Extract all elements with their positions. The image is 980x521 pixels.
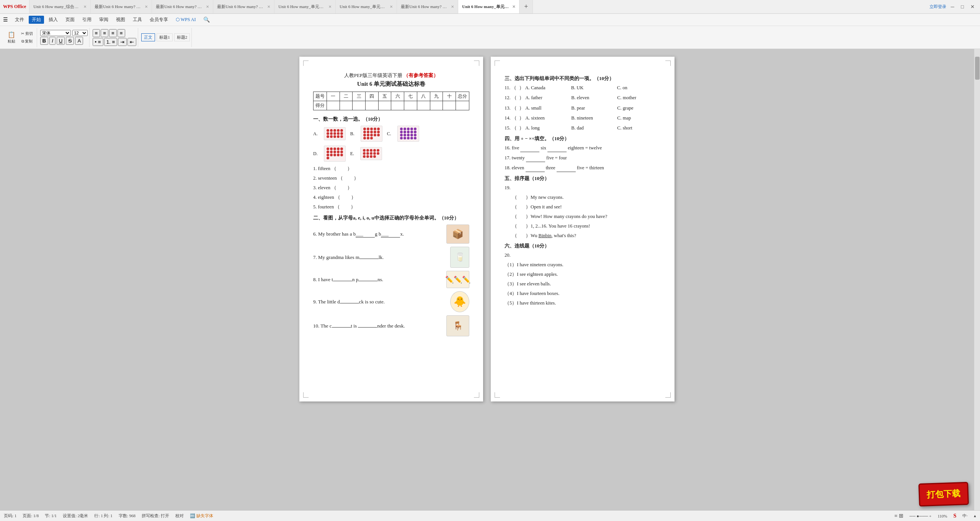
- tab-close-3[interactable]: ✕: [206, 5, 209, 9]
- tab-close-4[interactable]: ✕: [267, 5, 270, 9]
- status-more[interactable]: ▴: [974, 513, 976, 518]
- maximize-button[interactable]: □: [959, 3, 966, 11]
- table-score-4: [366, 101, 379, 110]
- menu-home[interactable]: 开始: [29, 16, 44, 24]
- strikethrough-button[interactable]: S: [66, 37, 74, 45]
- style-normal[interactable]: 正文: [141, 33, 155, 41]
- corner-tr: [474, 61, 479, 66]
- outdent-button[interactable]: ⇤: [127, 38, 136, 46]
- q14-a: A. sixteen: [525, 114, 571, 122]
- menu-file[interactable]: 文件: [12, 16, 27, 24]
- justify-button[interactable]: ≡: [118, 29, 125, 37]
- status-missing-font[interactable]: 🔤 缺失字体: [190, 513, 213, 519]
- menu-review[interactable]: 审阅: [96, 16, 111, 24]
- paste-button[interactable]: 📋粘贴: [5, 30, 18, 45]
- menu-icon[interactable]: ☰: [3, 16, 8, 23]
- italic-button[interactable]: I: [49, 37, 56, 45]
- bullet-list-button[interactable]: • ≡: [93, 38, 103, 46]
- q12-num: 12. （ ）: [505, 94, 524, 102]
- tab-4[interactable]: 最新Unit 6 How many? 单元专项...✕: [213, 0, 274, 13]
- indent-button[interactable]: ⇥: [118, 38, 127, 46]
- tab-8-active[interactable]: Unit 6 How many_单元基础达标卷✕: [458, 0, 519, 13]
- tab-7[interactable]: 最新Unit 6 How many? 单元专项...✕: [397, 0, 458, 13]
- align-right-button[interactable]: ≡: [109, 29, 117, 37]
- scrollbar-thumb[interactable]: [975, 57, 980, 80]
- q10-row: 10. The ct is nder the desk. 🪑: [313, 315, 469, 336]
- corner-r-tr: [665, 61, 671, 66]
- bold-button[interactable]: B: [40, 37, 49, 45]
- menu-view[interactable]: 视图: [113, 16, 128, 24]
- tab-2[interactable]: 最新Unit 6 How many? 单元专项...✕: [91, 0, 152, 13]
- copy-button[interactable]: ⧉ 复制: [19, 38, 35, 45]
- download-badge[interactable]: 打包下载: [918, 482, 969, 507]
- cut-button[interactable]: ✂ 剪切: [19, 30, 35, 37]
- q12: 12. （ ） A. father B. eleven C. mother: [505, 94, 661, 102]
- q11-c: C. on: [617, 84, 655, 92]
- status-bar: 页码: 1 页面: 1/8 节: 1/1 设置值: 2毫米 行: 1 列: 1 …: [0, 510, 980, 521]
- menu-member[interactable]: 会员专享: [147, 16, 171, 24]
- tab-6[interactable]: Unit 6 How many_单元考点考项评...✕: [336, 0, 397, 13]
- table-header-11: 总分: [456, 92, 469, 101]
- tab-3[interactable]: 最新Unit 6 How many? 综合量质...✕: [152, 0, 213, 13]
- q18: 18. eleven three five = thirteen: [505, 164, 661, 172]
- table-header-7: 七: [404, 92, 417, 101]
- tab-5[interactable]: Unit 6 How many_单元能力提升卷✕: [274, 0, 336, 13]
- q4: 4. eighteen （ ）: [313, 193, 469, 201]
- menu-insert[interactable]: 插入: [46, 16, 61, 24]
- q7-text: 7. My grandma likes mlk.: [313, 254, 446, 260]
- section1-dots-row2: D. E.: [313, 145, 469, 162]
- underline-button[interactable]: U: [57, 37, 65, 45]
- milk-emoji: 🥛: [455, 252, 465, 262]
- tab-close-5[interactable]: ✕: [328, 5, 332, 9]
- corner-tl: [303, 61, 309, 66]
- table-score-2: [340, 101, 353, 110]
- search-icon[interactable]: 🔍: [203, 16, 210, 23]
- font-color-button[interactable]: A: [75, 37, 83, 45]
- q19-s4: （ ）1, 2...16. You have 16 crayons!: [512, 222, 661, 230]
- ribbon-group-paragraph: ≡ ≡ ≡ ≡ • ≡ 1. ≡ ⇥ ⇤: [91, 28, 139, 47]
- q20-header: 20.: [505, 251, 661, 259]
- font-size-select[interactable]: 12: [72, 30, 88, 36]
- table-header-8: 八: [417, 92, 430, 101]
- close-button[interactable]: ✕: [969, 3, 976, 11]
- q11-b: B. UK: [571, 84, 617, 92]
- font-family-select[interactable]: 宋体: [40, 30, 71, 36]
- menu-tools[interactable]: 工具: [130, 16, 145, 24]
- table-score-total: [456, 101, 469, 110]
- tab-close-1[interactable]: ✕: [83, 5, 87, 9]
- tab-close-8[interactable]: ✕: [512, 5, 515, 9]
- dots-d: [324, 146, 346, 162]
- tab-1[interactable]: Unit 6 How many_综合量质评价记...✕: [29, 0, 91, 13]
- tab-close-6[interactable]: ✕: [390, 5, 393, 9]
- menu-page[interactable]: 页面: [62, 16, 78, 24]
- style-heading2[interactable]: 标题2: [174, 33, 190, 41]
- align-left-button[interactable]: ≡: [93, 29, 100, 37]
- vertical-scrollbar[interactable]: [974, 49, 980, 510]
- q2: 2. seventeen （ ）: [313, 174, 469, 182]
- tab-new[interactable]: +: [519, 0, 533, 13]
- q20-2: （2）I see eighteen apples.: [505, 270, 661, 278]
- align-center-button[interactable]: ≡: [101, 29, 108, 37]
- status-view-icons[interactable]: ≡ ⊞: [894, 513, 903, 519]
- status-settings: 设置值: 2毫米: [63, 513, 88, 519]
- table-header-5: 五: [378, 92, 391, 101]
- status-zoom-slider[interactable]: ── ●─── +: [910, 514, 931, 518]
- tab-close-7[interactable]: ✕: [451, 5, 454, 9]
- style-heading1[interactable]: 标题1: [157, 33, 173, 41]
- blank-10a: [332, 327, 351, 328]
- status-zoom-level: 110%: [938, 514, 947, 518]
- status-proofread[interactable]: 校对: [175, 513, 184, 519]
- table-score-5: [378, 101, 391, 110]
- doc-subtitle: 人教PEP版三年级英语下册 （有参考答案）: [313, 72, 469, 79]
- ribbon-group-styles: 正文 标题1 标题2: [140, 28, 192, 47]
- q12-c: C. mother: [617, 94, 655, 102]
- tab-close-2[interactable]: ✕: [145, 5, 148, 9]
- menu-ref[interactable]: 引用: [79, 16, 95, 24]
- blank-8b: [358, 281, 377, 281]
- menu-ai[interactable]: ⬡ WPS AI: [173, 16, 199, 23]
- minimize-button[interactable]: ─: [949, 3, 956, 11]
- right-page: 三、选出下列每组单词中不同类的一项。（10分） 11. （ ） A. Canad…: [491, 57, 675, 401]
- wps-logo-tab[interactable]: WPS Office: [0, 0, 29, 13]
- number-list-button[interactable]: 1. ≡: [104, 38, 118, 46]
- item-label-c: C.: [387, 131, 391, 137]
